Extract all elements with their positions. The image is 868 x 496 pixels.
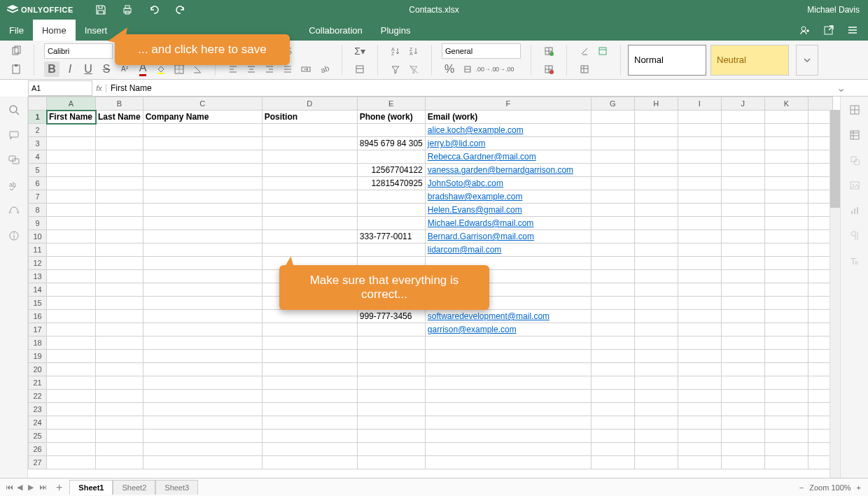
clear-icon[interactable] xyxy=(577,43,592,59)
cell[interactable]: Michael.Edwards@mail.com xyxy=(425,217,591,230)
cell[interactable] xyxy=(721,137,764,150)
cell[interactable] xyxy=(721,363,764,376)
cell[interactable] xyxy=(634,456,678,469)
cell[interactable]: alice.koch@example.com xyxy=(425,124,591,137)
cell[interactable]: 12567704122 xyxy=(357,164,425,177)
format-cells-icon[interactable] xyxy=(577,62,592,77)
add-sheet-button[interactable]: + xyxy=(56,481,62,494)
row-header[interactable]: 6 xyxy=(29,177,47,190)
col-header[interactable]: I xyxy=(678,97,721,111)
cell[interactable] xyxy=(721,350,764,363)
cell[interactable] xyxy=(634,177,678,190)
cell[interactable] xyxy=(47,430,96,443)
cell[interactable] xyxy=(634,430,678,443)
cell[interactable] xyxy=(357,416,425,430)
menu-plugins[interactable]: Plugins xyxy=(372,20,420,41)
email-link[interactable]: Helen.Evans@gmail.com xyxy=(428,205,522,215)
increase-decimal-icon[interactable]: .0→.00 xyxy=(496,62,512,77)
cell[interactable] xyxy=(47,150,96,164)
feedback-icon[interactable] xyxy=(6,203,22,218)
cell[interactable] xyxy=(425,376,591,390)
cell[interactable] xyxy=(143,177,262,190)
cell-settings-icon[interactable] xyxy=(847,102,862,118)
sheet-tab-3[interactable]: Sheet3 xyxy=(155,480,198,495)
cell[interactable] xyxy=(764,350,808,363)
email-link[interactable]: Bernard.Garrison@mail.com xyxy=(428,232,534,241)
cell[interactable] xyxy=(721,230,764,243)
cell[interactable] xyxy=(721,190,764,204)
cell[interactable] xyxy=(591,403,634,416)
cell[interactable] xyxy=(634,350,678,363)
cell[interactable] xyxy=(591,323,634,336)
cell[interactable] xyxy=(425,363,591,376)
sheet-tab-2[interactable]: Sheet2 xyxy=(113,480,155,495)
cell[interactable] xyxy=(262,390,357,403)
chart-settings-icon[interactable] xyxy=(847,203,862,218)
row-header[interactable]: 19 xyxy=(29,350,47,363)
cell[interactable] xyxy=(721,416,764,430)
row-header[interactable]: 20 xyxy=(29,363,47,376)
row-header[interactable]: 4 xyxy=(29,150,47,164)
cell[interactable]: Company Name xyxy=(143,111,262,124)
cell[interactable] xyxy=(96,283,144,297)
cell[interactable] xyxy=(591,376,634,390)
cell[interactable] xyxy=(143,257,262,270)
cell[interactable] xyxy=(262,416,357,430)
cell[interactable] xyxy=(591,363,634,376)
menu-collaboration[interactable]: Collaboration xyxy=(300,20,372,41)
cell[interactable] xyxy=(678,403,721,416)
email-link[interactable]: jerry.b@lid.com xyxy=(428,139,486,148)
cell[interactable] xyxy=(634,270,678,283)
cell[interactable] xyxy=(764,111,808,124)
cell[interactable] xyxy=(721,430,764,443)
email-link[interactable]: lidarcom@mail.com xyxy=(428,245,502,255)
cell[interactable] xyxy=(96,217,144,230)
cell[interactable] xyxy=(357,150,425,164)
cell[interactable] xyxy=(262,310,357,323)
undo-icon[interactable] xyxy=(148,3,160,16)
cell[interactable] xyxy=(262,150,357,164)
vertical-scrollbar[interactable] xyxy=(830,110,840,478)
col-header[interactable]: F xyxy=(425,97,591,111)
cell[interactable] xyxy=(143,230,262,243)
cell[interactable] xyxy=(425,390,591,403)
number-format-select[interactable] xyxy=(442,43,521,59)
cell[interactable] xyxy=(764,376,808,390)
cell-styles-expand[interactable] xyxy=(796,45,818,76)
cell[interactable] xyxy=(764,137,808,150)
cell[interactable] xyxy=(262,177,357,190)
print-icon[interactable] xyxy=(121,3,134,16)
cell[interactable] xyxy=(357,456,425,469)
cell[interactable] xyxy=(425,350,591,363)
cell[interactable] xyxy=(47,124,96,137)
row-header[interactable]: 8 xyxy=(29,204,47,217)
email-link[interactable]: Michael.Edwards@mail.com xyxy=(428,218,534,228)
cell[interactable] xyxy=(96,323,144,336)
col-header[interactable]: A xyxy=(47,97,96,111)
cell[interactable] xyxy=(591,217,634,230)
cell[interactable] xyxy=(721,164,764,177)
cell[interactable] xyxy=(764,230,808,243)
cell[interactable] xyxy=(634,363,678,376)
col-header[interactable]: K xyxy=(764,97,808,111)
cell[interactable] xyxy=(634,376,678,390)
cell[interactable] xyxy=(96,376,144,390)
share-icon[interactable] xyxy=(798,23,812,37)
cell[interactable]: 333-777-0011 xyxy=(357,230,425,243)
col-header[interactable]: H xyxy=(634,97,678,111)
cell[interactable] xyxy=(47,403,96,416)
cell[interactable] xyxy=(634,310,678,323)
cell[interactable] xyxy=(634,403,678,416)
cell[interactable] xyxy=(764,443,808,456)
cell[interactable] xyxy=(764,363,808,376)
row-header[interactable]: 9 xyxy=(29,217,47,230)
select-all-corner[interactable] xyxy=(29,97,47,111)
cell[interactable] xyxy=(47,390,96,403)
cell[interactable] xyxy=(47,283,96,297)
cell[interactable] xyxy=(96,363,144,376)
cell[interactable] xyxy=(721,456,764,469)
cell[interactable] xyxy=(143,336,262,350)
cell[interactable] xyxy=(678,456,721,469)
cell[interactable] xyxy=(96,270,144,283)
cell[interactable] xyxy=(262,456,357,469)
